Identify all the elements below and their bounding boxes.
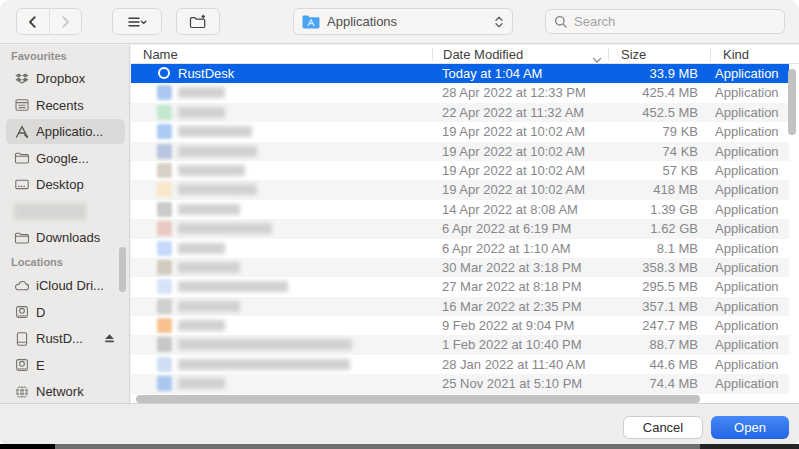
file-size: 295.5 MB <box>561 279 698 294</box>
table-row[interactable]: 14 Apr 2022 at 8:08 AM1.39 GBApplication <box>131 200 789 219</box>
redacted-app-icon <box>157 337 172 352</box>
vertical-scrollbar[interactable] <box>788 69 796 135</box>
file-kind: Application <box>715 357 779 372</box>
redacted-app-icon <box>157 221 172 236</box>
horizontal-scrollbar[interactable] <box>136 395 700 403</box>
file-kind: Application <box>715 85 779 100</box>
table-row[interactable]: 19 Apr 2022 at 10:02 AM57 KBApplication <box>131 161 789 180</box>
file-size: 88.7 MB <box>561 337 698 352</box>
forward-button[interactable] <box>49 9 81 34</box>
table-row[interactable]: 6 Apr 2022 at 6:19 PM1.62 GBApplication <box>131 219 789 238</box>
sidebar-item-e[interactable]: E <box>6 353 125 378</box>
sidebar-item-google[interactable]: Google... <box>6 146 125 171</box>
drive-icon <box>14 304 30 320</box>
location-label: Applications <box>327 14 397 29</box>
sidebar-item-iclouddri[interactable]: iCloud Dri... <box>6 273 125 298</box>
file-size: 452.5 MB <box>561 105 698 120</box>
redacted-file-name <box>178 320 225 331</box>
redacted-app-icon <box>157 202 172 217</box>
redacted-file-name <box>178 146 257 157</box>
file-date: 9 Feb 2022 at 9:04 PM <box>442 318 574 333</box>
search-field[interactable] <box>545 9 785 34</box>
file-size: 425.4 MB <box>561 85 698 100</box>
file-size: 57 KB <box>561 163 698 178</box>
file-kind: Application <box>715 105 779 120</box>
sidebar-item-d[interactable]: D <box>6 300 125 325</box>
redacted-app-icon <box>157 279 172 294</box>
redacted-file-name <box>178 262 240 273</box>
table-row[interactable]: 19 Apr 2022 at 10:02 AM79 KBApplication <box>131 122 789 141</box>
view-options-button[interactable] <box>112 8 162 35</box>
redacted-file-name <box>178 126 252 137</box>
file-kind: Application <box>715 124 779 139</box>
file-kind: Application <box>715 163 779 178</box>
search-input[interactable] <box>574 14 764 29</box>
open-button[interactable]: Open <box>711 416 789 439</box>
sidebar-item-label: Network <box>36 384 84 399</box>
file-size: 8.1 MB <box>561 241 698 256</box>
file-name: RustDesk <box>178 66 234 81</box>
column-header-date[interactable]: Date Modified <box>443 47 523 62</box>
sidebar-scrollbar[interactable] <box>119 247 126 292</box>
file-date: Today at 1:04 AM <box>442 66 542 81</box>
table-row[interactable]: 9 Feb 2022 at 9:04 PM247.7 MBApplication <box>131 316 789 335</box>
sidebar-item-label: Recents <box>36 98 84 113</box>
sidebar-item-applicatio[interactable]: Applicatio... <box>6 119 125 144</box>
table-row[interactable]: 27 Mar 2022 at 8:18 PM295.5 MBApplicatio… <box>131 277 789 296</box>
file-size: 33.9 MB <box>561 66 698 81</box>
table-header: Name Date Modified Size Kind <box>131 45 799 64</box>
table-row[interactable]: 22 Apr 2022 at 11:32 AM452.5 MBApplicati… <box>131 103 789 122</box>
back-chevron-icon <box>25 14 41 30</box>
table-row[interactable]: 1 Feb 2022 at 10:40 PM88.7 MBApplication <box>131 335 789 354</box>
sidebar-item-desktop[interactable]: Desktop <box>6 172 125 197</box>
file-size: 358.3 MB <box>561 260 698 275</box>
file-size: 418 MB <box>561 182 698 197</box>
file-size: 74 KB <box>561 144 698 159</box>
eject-icon[interactable] <box>102 331 117 346</box>
redacted-file-name <box>178 378 225 389</box>
open-file-dialog: Applications Favourites DropboxRecentsAp… <box>0 0 799 444</box>
sidebar-item-redacted[interactable] <box>6 199 125 224</box>
redacted-file-name <box>178 223 272 234</box>
redacted-file-name <box>178 87 225 98</box>
table-row[interactable]: 25 Nov 2021 at 5:10 PM74.4 MBApplication <box>131 374 789 393</box>
sidebar-item-rustd[interactable]: RustD... <box>6 326 125 351</box>
table-row[interactable]: 28 Jan 2022 at 11:40 AM44.6 MBApplicatio… <box>131 355 789 374</box>
sidebar-item-label: Google... <box>36 151 89 166</box>
table-row[interactable]: 19 Apr 2022 at 10:02 AM74 KBApplication <box>131 142 789 161</box>
folder-icon <box>14 230 30 246</box>
location-dropdown[interactable]: Applications <box>293 8 513 35</box>
redacted-file-name <box>178 301 240 312</box>
redacted-file-name <box>178 243 225 254</box>
sidebar-item-downloads[interactable]: Downloads <box>6 225 125 250</box>
sort-direction-icon[interactable] <box>591 51 603 59</box>
desktop-icon <box>14 177 30 193</box>
rustdesk-app-icon <box>158 67 170 79</box>
redacted-app-icon <box>157 260 172 275</box>
nav-buttons <box>16 8 82 35</box>
file-kind: Application <box>715 318 779 333</box>
sidebar-item-network[interactable]: Network <box>6 379 125 404</box>
sidebar-item-recents[interactable]: Recents <box>6 93 125 118</box>
back-button[interactable] <box>17 9 49 34</box>
new-folder-icon <box>189 14 207 30</box>
table-row[interactable]: RustDeskToday at 1:04 AM33.9 MBApplicati… <box>131 64 789 83</box>
table-row[interactable]: 6 Apr 2022 at 1:10 AM8.1 MBApplication <box>131 239 789 258</box>
table-row[interactable]: 16 Mar 2022 at 2:35 PM357.1 MBApplicatio… <box>131 297 789 316</box>
column-header-kind[interactable]: Kind <box>723 47 749 62</box>
cancel-button[interactable]: Cancel <box>623 416 703 439</box>
table-row[interactable]: 28 Apr 2022 at 12:33 PM425.4 MBApplicati… <box>131 83 789 102</box>
table-row[interactable]: 30 Mar 2022 at 3:18 PM358.3 MBApplicatio… <box>131 258 789 277</box>
column-header-size[interactable]: Size <box>621 47 646 62</box>
column-header-name[interactable]: Name <box>143 47 178 62</box>
redacted-file-name <box>178 339 352 350</box>
new-folder-button[interactable] <box>176 8 220 35</box>
sidebar-item-dropbox[interactable]: Dropbox <box>6 66 125 91</box>
table-row[interactable]: 19 Apr 2022 at 10:02 AM418 MBApplication <box>131 180 789 199</box>
dropbox-icon <box>14 71 30 87</box>
sidebar: Favourites DropboxRecentsApplicatio...Go… <box>0 45 130 403</box>
file-date: 6 Apr 2022 at 6:19 PM <box>442 221 571 236</box>
redacted-file-name <box>178 281 288 292</box>
applications-icon <box>14 124 30 140</box>
sidebar-item-label: RustD... <box>36 331 83 346</box>
